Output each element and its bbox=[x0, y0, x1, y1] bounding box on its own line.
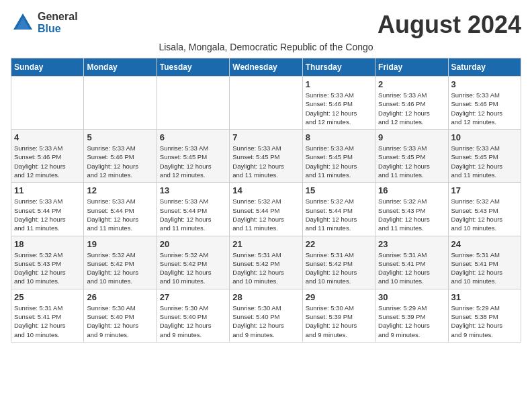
calendar-day-10: 10Sunrise: 5:33 AMSunset: 5:45 PMDayligh… bbox=[448, 130, 521, 183]
calendar-week-4: 18Sunrise: 5:32 AMSunset: 5:43 PMDayligh… bbox=[11, 236, 521, 289]
day-number: 22 bbox=[306, 239, 372, 249]
calendar-day-31: 31Sunrise: 5:29 AMSunset: 5:38 PMDayligh… bbox=[448, 289, 521, 342]
day-info: Sunrise: 5:29 AMSunset: 5:39 PMDaylight:… bbox=[378, 304, 445, 339]
calendar-table: SundayMondayTuesdayWednesdayThursdayFrid… bbox=[11, 58, 521, 342]
day-info: Sunrise: 5:30 AMSunset: 5:40 PMDaylight:… bbox=[232, 304, 299, 339]
day-number: 27 bbox=[160, 292, 226, 302]
weekday-header-sunday: Sunday bbox=[11, 58, 84, 77]
calendar-day-9: 9Sunrise: 5:33 AMSunset: 5:45 PMDaylight… bbox=[375, 130, 448, 183]
calendar-day-19: 19Sunrise: 5:32 AMSunset: 5:42 PMDayligh… bbox=[84, 236, 157, 289]
calendar-week-3: 11Sunrise: 5:33 AMSunset: 5:44 PMDayligh… bbox=[11, 183, 521, 236]
calendar-day-21: 21Sunrise: 5:31 AMSunset: 5:42 PMDayligh… bbox=[230, 236, 302, 289]
weekday-header-tuesday: Tuesday bbox=[157, 58, 229, 77]
empty-cell bbox=[84, 77, 157, 130]
day-info: Sunrise: 5:33 AMSunset: 5:46 PMDaylight:… bbox=[306, 91, 372, 126]
day-number: 6 bbox=[160, 132, 226, 142]
calendar-day-16: 16Sunrise: 5:32 AMSunset: 5:43 PMDayligh… bbox=[375, 183, 448, 236]
day-number: 29 bbox=[306, 292, 372, 302]
day-info: Sunrise: 5:31 AMSunset: 5:41 PMDaylight:… bbox=[14, 304, 81, 339]
day-number: 9 bbox=[378, 132, 445, 142]
day-info: Sunrise: 5:33 AMSunset: 5:46 PMDaylight:… bbox=[451, 91, 518, 126]
calendar-week-1: 1Sunrise: 5:33 AMSunset: 5:46 PMDaylight… bbox=[11, 77, 521, 130]
day-info: Sunrise: 5:32 AMSunset: 5:44 PMDaylight:… bbox=[232, 197, 299, 232]
weekday-header-saturday: Saturday bbox=[448, 58, 521, 77]
calendar-day-22: 22Sunrise: 5:31 AMSunset: 5:42 PMDayligh… bbox=[302, 236, 375, 289]
calendar-day-24: 24Sunrise: 5:31 AMSunset: 5:41 PMDayligh… bbox=[448, 236, 521, 289]
empty-cell bbox=[157, 77, 229, 130]
day-number: 16 bbox=[378, 185, 445, 195]
day-info: Sunrise: 5:32 AMSunset: 5:43 PMDaylight:… bbox=[14, 250, 81, 286]
calendar-day-20: 20Sunrise: 5:32 AMSunset: 5:42 PMDayligh… bbox=[157, 236, 229, 289]
day-number: 20 bbox=[160, 239, 226, 249]
day-number: 3 bbox=[451, 79, 518, 89]
calendar-week-2: 4Sunrise: 5:33 AMSunset: 5:46 PMDaylight… bbox=[11, 130, 521, 183]
day-number: 28 bbox=[232, 292, 299, 302]
calendar-day-17: 17Sunrise: 5:32 AMSunset: 5:43 PMDayligh… bbox=[448, 183, 521, 236]
calendar-day-28: 28Sunrise: 5:30 AMSunset: 5:40 PMDayligh… bbox=[230, 289, 302, 342]
day-info: Sunrise: 5:31 AMSunset: 5:41 PMDaylight:… bbox=[451, 250, 518, 286]
day-number: 5 bbox=[87, 132, 153, 142]
day-number: 1 bbox=[306, 79, 372, 89]
day-info: Sunrise: 5:33 AMSunset: 5:44 PMDaylight:… bbox=[14, 197, 81, 232]
calendar-day-26: 26Sunrise: 5:30 AMSunset: 5:40 PMDayligh… bbox=[84, 289, 157, 342]
day-info: Sunrise: 5:33 AMSunset: 5:45 PMDaylight:… bbox=[306, 144, 372, 179]
day-number: 4 bbox=[14, 132, 81, 142]
calendar-day-15: 15Sunrise: 5:32 AMSunset: 5:44 PMDayligh… bbox=[302, 183, 375, 236]
weekday-header-thursday: Thursday bbox=[302, 58, 375, 77]
day-number: 13 bbox=[160, 185, 226, 195]
calendar-day-18: 18Sunrise: 5:32 AMSunset: 5:43 PMDayligh… bbox=[11, 236, 84, 289]
calendar-day-6: 6Sunrise: 5:33 AMSunset: 5:45 PMDaylight… bbox=[157, 130, 229, 183]
calendar-day-27: 27Sunrise: 5:30 AMSunset: 5:40 PMDayligh… bbox=[157, 289, 229, 342]
weekday-header-friday: Friday bbox=[375, 58, 448, 77]
day-info: Sunrise: 5:33 AMSunset: 5:44 PMDaylight:… bbox=[160, 197, 226, 232]
day-info: Sunrise: 5:31 AMSunset: 5:42 PMDaylight:… bbox=[306, 250, 372, 286]
day-number: 23 bbox=[378, 239, 445, 249]
day-number: 10 bbox=[451, 132, 518, 142]
day-info: Sunrise: 5:32 AMSunset: 5:42 PMDaylight:… bbox=[87, 250, 153, 286]
day-number: 26 bbox=[87, 292, 153, 302]
day-number: 15 bbox=[306, 185, 372, 195]
day-number: 25 bbox=[14, 292, 81, 302]
day-info: Sunrise: 5:33 AMSunset: 5:46 PMDaylight:… bbox=[378, 91, 445, 126]
calendar-day-13: 13Sunrise: 5:33 AMSunset: 5:44 PMDayligh… bbox=[157, 183, 229, 236]
calendar-day-4: 4Sunrise: 5:33 AMSunset: 5:46 PMDaylight… bbox=[11, 130, 84, 183]
calendar-week-5: 25Sunrise: 5:31 AMSunset: 5:41 PMDayligh… bbox=[11, 289, 521, 342]
day-info: Sunrise: 5:32 AMSunset: 5:42 PMDaylight:… bbox=[160, 250, 226, 286]
calendar-day-1: 1Sunrise: 5:33 AMSunset: 5:46 PMDaylight… bbox=[302, 77, 375, 130]
calendar-day-7: 7Sunrise: 5:33 AMSunset: 5:45 PMDaylight… bbox=[230, 130, 302, 183]
day-number: 11 bbox=[14, 185, 81, 195]
day-number: 8 bbox=[306, 132, 372, 142]
calendar-day-8: 8Sunrise: 5:33 AMSunset: 5:45 PMDaylight… bbox=[302, 130, 375, 183]
day-info: Sunrise: 5:33 AMSunset: 5:45 PMDaylight:… bbox=[160, 144, 226, 179]
day-number: 14 bbox=[232, 185, 299, 195]
logo-icon bbox=[11, 11, 35, 35]
day-number: 12 bbox=[87, 185, 153, 195]
calendar-day-11: 11Sunrise: 5:33 AMSunset: 5:44 PMDayligh… bbox=[11, 183, 84, 236]
logo-blue: Blue bbox=[38, 23, 78, 35]
day-info: Sunrise: 5:31 AMSunset: 5:42 PMDaylight:… bbox=[232, 250, 299, 286]
calendar-day-30: 30Sunrise: 5:29 AMSunset: 5:39 PMDayligh… bbox=[375, 289, 448, 342]
empty-cell bbox=[230, 77, 302, 130]
day-info: Sunrise: 5:32 AMSunset: 5:44 PMDaylight:… bbox=[306, 197, 372, 232]
calendar-day-25: 25Sunrise: 5:31 AMSunset: 5:41 PMDayligh… bbox=[11, 289, 84, 342]
calendar-body: 1Sunrise: 5:33 AMSunset: 5:46 PMDaylight… bbox=[11, 77, 521, 342]
day-number: 31 bbox=[451, 292, 518, 302]
calendar-day-29: 29Sunrise: 5:30 AMSunset: 5:39 PMDayligh… bbox=[302, 289, 375, 342]
calendar-day-23: 23Sunrise: 5:31 AMSunset: 5:41 PMDayligh… bbox=[375, 236, 448, 289]
page-header: General Blue August 2024 bbox=[11, 11, 521, 39]
day-info: Sunrise: 5:31 AMSunset: 5:41 PMDaylight:… bbox=[378, 250, 445, 286]
day-number: 17 bbox=[451, 185, 518, 195]
calendar-day-3: 3Sunrise: 5:33 AMSunset: 5:46 PMDaylight… bbox=[448, 77, 521, 130]
weekday-header-wednesday: Wednesday bbox=[230, 58, 302, 77]
logo-text: General Blue bbox=[38, 11, 78, 35]
calendar-day-14: 14Sunrise: 5:32 AMSunset: 5:44 PMDayligh… bbox=[230, 183, 302, 236]
day-number: 2 bbox=[378, 79, 445, 89]
day-info: Sunrise: 5:33 AMSunset: 5:46 PMDaylight:… bbox=[87, 144, 153, 179]
calendar-day-2: 2Sunrise: 5:33 AMSunset: 5:46 PMDaylight… bbox=[375, 77, 448, 130]
weekday-header-monday: Monday bbox=[84, 58, 157, 77]
logo-general: General bbox=[38, 11, 78, 23]
day-number: 21 bbox=[232, 239, 299, 249]
day-number: 30 bbox=[378, 292, 445, 302]
day-number: 18 bbox=[14, 239, 81, 249]
day-info: Sunrise: 5:30 AMSunset: 5:39 PMDaylight:… bbox=[306, 304, 372, 339]
